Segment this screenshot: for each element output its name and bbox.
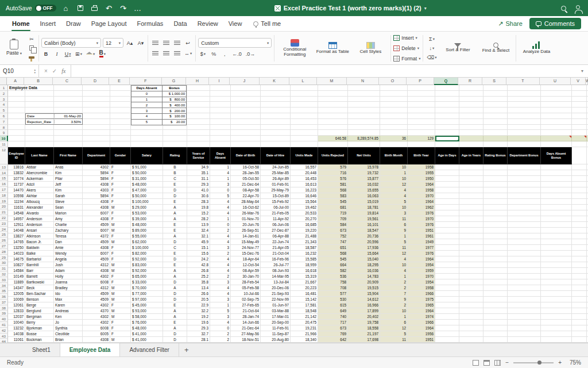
delete-cells-button[interactable]: Delete▾ <box>393 44 419 52</box>
row-header[interactable]: 35 <box>0 288 8 294</box>
find-select-button[interactable]: Find & Select <box>478 42 513 53</box>
table-row[interactable]: 12833 Berglund Andreas 4370 M $ 93,000 A… <box>8 308 588 314</box>
table-row[interactable]: 10040 Berry Jo 4302 F $ 76,000 E 19.6 4 … <box>8 320 588 325</box>
column-header[interactable]: P <box>407 78 434 85</box>
row-header[interactable]: 1 <box>0 85 8 91</box>
zoom-slider-knob[interactable] <box>537 361 541 365</box>
cell-u10[interactable] <box>541 136 572 141</box>
copy-button[interactable] <box>27 44 36 52</box>
cell-r10[interactable] <box>459 136 483 141</box>
comments-button[interactable]: Comments <box>529 18 581 29</box>
align-right-button[interactable] <box>172 49 181 57</box>
row-header[interactable]: 40 <box>0 316 8 322</box>
home-icon[interactable]: ⌂ <box>61 3 71 13</box>
row-header[interactable]: 32 <box>0 271 8 277</box>
employee-data-table[interactable]: Employee ID Last Name First Name Departm… <box>8 147 588 343</box>
column-header[interactable]: I <box>209 78 230 85</box>
bonus-row[interactable]: 0 $ 1,000.00 <box>131 91 187 97</box>
row-header[interactable]: 34 <box>0 283 8 289</box>
table-row[interactable]: 11631 Alexander Sean 4308 M $ 29,000 A 1… <box>8 205 588 210</box>
format-cells-button[interactable]: Format▾ <box>393 54 420 63</box>
cancel-icon[interactable]: × <box>44 68 48 74</box>
table-row[interactable]: 11737 Adcil Jeff 4308 F $ 48,000 E 29.3 … <box>8 182 588 187</box>
row-header[interactable]: 4 <box>0 102 8 108</box>
fill-color-button[interactable]: ▾ <box>85 49 96 58</box>
row-header[interactable]: 11 <box>0 141 8 147</box>
row-header[interactable]: 30 <box>0 260 8 266</box>
column-header[interactable]: T <box>506 78 540 85</box>
row-header[interactable]: 33 <box>0 277 8 283</box>
zoom-level[interactable]: 75% <box>566 359 581 366</box>
cell-n10[interactable]: 8,289,574.85 <box>348 136 380 141</box>
row-header[interactable]: 8 <box>0 125 8 131</box>
row-header[interactable]: 39 <box>0 310 8 316</box>
currency-format-button[interactable]: $▾ <box>198 49 207 58</box>
row-header[interactable]: 24 <box>0 227 8 232</box>
print-icon[interactable] <box>90 3 99 13</box>
column-header[interactable]: C <box>53 78 82 85</box>
align-left-button[interactable] <box>150 49 160 57</box>
table-row[interactable]: 10069 Benson Max 4509 M $ 97,000 D 20.5 … <box>8 297 588 302</box>
autosum-button[interactable]: Σ▾ <box>425 34 438 43</box>
bonus-lookup-table[interactable]: Days Absent Bonus 0 $ 1,000.00 1 $ 800.0… <box>131 85 187 125</box>
align-middle-button[interactable] <box>161 39 171 47</box>
title-chevron-icon[interactable]: ▾ <box>424 6 427 11</box>
row-header[interactable]: 28 <box>0 249 8 255</box>
ribbon-tab[interactable]: Draw <box>61 16 86 31</box>
percent-format-button[interactable]: % <box>209 49 218 58</box>
decrease-decimal-button[interactable]: .0→ <box>245 49 257 58</box>
align-center-button[interactable] <box>161 49 171 57</box>
table-row[interactable]: 14470 Akers Kim 4303 F $ 47,000 D 41.0 0… <box>8 187 588 193</box>
fill-button[interactable]: ↓▾ <box>425 44 438 52</box>
column-header[interactable]: W <box>586 78 588 85</box>
row-header[interactable]: 29 <box>0 255 8 260</box>
formula-input[interactable] <box>71 65 577 77</box>
wrap-text-button[interactable]: ↩ <box>183 39 192 47</box>
table-row[interactable]: 10774 Ackerman Pilar 5894 F $ 31,000 C 3… <box>8 176 588 182</box>
bold-button[interactable]: B <box>41 49 51 58</box>
column-header[interactable]: Q <box>434 78 458 85</box>
ribbon-tab[interactable]: Page Layout <box>86 16 132 31</box>
row-header[interactable]: 23 <box>0 221 8 227</box>
table-row[interactable]: 12061 Berge Karen 4302 F $ 45,000 E 22.9… <box>8 302 588 308</box>
cell-a1-title[interactable]: Employee Data <box>9 86 37 90</box>
account-icon[interactable] <box>573 3 582 13</box>
insert-function-icon[interactable]: fx <box>61 68 65 74</box>
sheet-tab[interactable]: Employee Data <box>60 343 121 356</box>
ribbon-tab[interactable]: Insert <box>35 16 61 31</box>
cell-m10[interactable]: 646.58 <box>318 136 348 141</box>
table-row[interactable]: 13816 Abbar Anas 4302 F $ 91,000 B 34.9 … <box>8 164 588 170</box>
table-row[interactable]: 11889 Bartkowski Joanna 6008 F $ 33,000 … <box>8 279 588 285</box>
row-header[interactable]: 42 <box>0 328 8 334</box>
ribbon-tab[interactable]: View <box>223 16 247 31</box>
row-header[interactable]: 21 <box>0 209 8 215</box>
row10-summary-band[interactable]: 646.58 8,289,574.85 36 129 <box>318 136 588 141</box>
row-header[interactable]: 14 <box>0 170 8 176</box>
increase-decimal-button[interactable]: ←.0 <box>231 49 243 58</box>
row-header[interactable]: 7 <box>0 119 8 125</box>
cell-s10[interactable] <box>483 136 508 141</box>
zoom-out-button[interactable]: − <box>505 359 509 366</box>
table-row[interactable]: 12005 Ben-Sachar Ido 4509 M $ 77,000 D 2… <box>8 291 588 297</box>
ribbon-tab[interactable]: Review <box>192 16 223 31</box>
row-headers[interactable]: 1234567891011121314151617181920212223242… <box>0 85 8 343</box>
row-header[interactable]: 19 <box>0 198 8 204</box>
sheet-tab[interactable]: Advanced Filter <box>120 343 179 356</box>
format-painter-button[interactable] <box>27 53 36 62</box>
table-row[interactable]: 13232 Bjorkman Synthia 6008 F $ 48,000 A… <box>8 325 588 331</box>
row-header[interactable]: 41 <box>0 322 8 328</box>
ribbon-tab[interactable]: Home <box>7 16 35 31</box>
comma-format-button[interactable]: , <box>220 49 229 58</box>
selected-cell-q10[interactable] <box>435 136 459 141</box>
table-row[interactable]: 11194 Alboucq Steve 4308 F $ 100,000 E 2… <box>8 199 588 205</box>
insert-cells-button[interactable]: Insert▾ <box>393 33 417 42</box>
table-row[interactable]: 11061 Bockman Brian 4308 M $ 41,000 D 28… <box>8 337 588 343</box>
table-row[interactable]: 14675 Barbariol Angela 4509 F $ 92,000 D… <box>8 256 588 262</box>
column-header[interactable]: M <box>317 78 347 85</box>
page-layout-view-icon[interactable] <box>483 360 490 366</box>
column-header[interactable]: U <box>540 78 571 85</box>
font-color-button[interactable]: B▾ <box>98 49 107 58</box>
analyze-data-button[interactable]: Analyze Data <box>519 41 554 55</box>
column-header[interactable]: H <box>186 78 209 85</box>
table-row[interactable]: 12037 Bergman Ken 4302 M $ 58,000 A 19.2… <box>8 314 588 320</box>
